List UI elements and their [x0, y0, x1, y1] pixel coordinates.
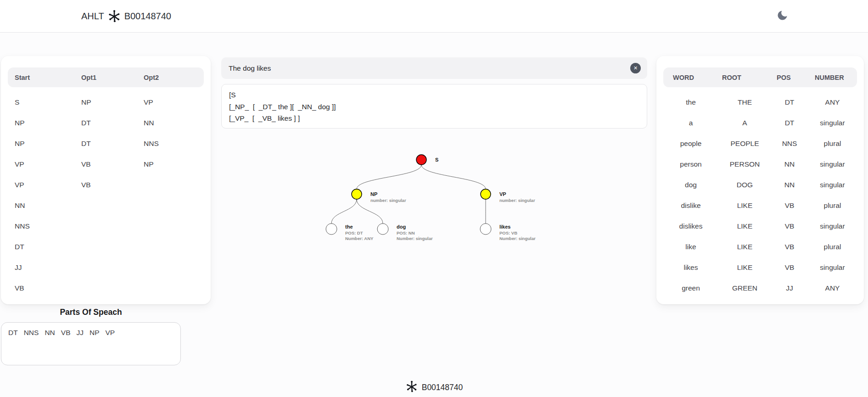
cell: VB	[81, 160, 144, 168]
cell: VB	[771, 263, 808, 272]
tree-node-circle	[377, 224, 388, 235]
cell: NP	[15, 140, 81, 148]
pos-section-title: Parts Of Speach	[1, 308, 181, 317]
tree-node-attribute: Number: singular	[397, 236, 433, 241]
cell: singular	[808, 160, 857, 168]
clear-input-button[interactable]: ✕	[630, 63, 641, 73]
cell: LIKE	[718, 222, 771, 230]
tree-node-VP: VPnumber: singular	[481, 189, 535, 203]
cell: DT	[771, 119, 808, 127]
table-row: NPDTNN	[8, 112, 204, 133]
cell: singular	[808, 263, 857, 272]
tree-node-attribute: number: singular	[499, 198, 535, 203]
cell: a	[663, 119, 718, 127]
pos-tag: JJ	[76, 329, 84, 337]
table-row: NNS	[8, 216, 204, 236]
grammar-table-body: SNPVPNPDTNNNPDTNNSVPVBNPVPVBNNNNSDTJJVB	[8, 92, 204, 298]
tree-node-circle	[481, 189, 491, 199]
tree-node-attribute: POS: VB	[499, 230, 517, 235]
tree-node-label: likes	[499, 224, 510, 229]
pos-tag: DT	[8, 329, 18, 337]
cell: ANY	[808, 284, 857, 292]
cell: A	[718, 119, 771, 127]
cell: JJ	[771, 284, 808, 292]
parse-output-line: [_NP_ [ _DT_ the ][ _NN_ dog ]]	[229, 101, 639, 113]
tree-node-circle	[352, 189, 362, 199]
cell: VP	[144, 98, 204, 106]
cell: VP	[15, 160, 81, 168]
tree-node-attribute: POS: NN	[397, 230, 415, 235]
tree-node-the: thePOS: DTNumber: ANY	[326, 224, 374, 241]
parse-output: [S[_NP_ [ _DT_ the ][ _NN_ dog ]][_VP_ […	[221, 84, 647, 129]
pos-tag: VP	[106, 329, 115, 337]
cell: GREEN	[718, 284, 771, 292]
cell: NP	[144, 160, 204, 168]
table-row: VPVBNP	[8, 154, 204, 174]
table-row: VB	[8, 278, 204, 298]
lexicon-table-body: theTHEDTANYaADTsingularpeoplePEOPLENNSpl…	[663, 92, 857, 298]
tree-edge-S-VP	[421, 165, 486, 189]
cell: DT	[771, 98, 808, 106]
tree-node-label: VP	[499, 191, 506, 197]
table-row: dislikeLIKEVBplural	[663, 195, 857, 216]
cell: plural	[808, 243, 857, 251]
pos-tags: DTNNSNNVBJJNPVP	[8, 329, 174, 337]
cell: NNS	[15, 222, 81, 230]
cell: PEOPLE	[718, 140, 771, 148]
tree-node-circle	[416, 155, 426, 165]
cell: NN	[15, 201, 81, 210]
tree-node-circle	[480, 224, 491, 235]
table-row: likesLIKEVBsingular	[663, 257, 857, 278]
tree-node-NP: NPnumber: singular	[352, 189, 406, 203]
cell: dog	[663, 181, 718, 189]
dark-mode-toggle[interactable]	[775, 9, 790, 23]
app-footer: B00148740	[0, 380, 868, 395]
table-row: personPERSONNNsingular	[663, 154, 857, 174]
cell: VB	[771, 243, 808, 251]
cell: NN	[771, 181, 808, 189]
cell: ANY	[808, 98, 857, 106]
tree-node-S: S	[416, 155, 438, 165]
tree-node-attribute: number: singular	[370, 198, 406, 203]
cell: singular	[808, 119, 857, 127]
pos-tags-box: DTNNSNNVBJJNPVP	[1, 322, 181, 365]
table-row: SNPVP	[8, 92, 204, 112]
cell: dislikes	[663, 222, 718, 230]
moon-icon	[776, 9, 789, 23]
tree-node-label: dog	[397, 224, 406, 229]
tree-node-likes: likesPOS: VBNumber: singular	[480, 224, 536, 241]
tree-node-label: NP	[370, 191, 377, 197]
table-row: likeLIKEVBplural	[663, 236, 857, 257]
tree-node-circle	[326, 224, 337, 235]
tree-node-attribute: POS: DT	[345, 230, 363, 235]
cell: plural	[808, 201, 857, 210]
parse-output-line: [S	[229, 89, 639, 101]
lexicon-table-header: WORDROOTPOSNUMBER	[663, 67, 857, 87]
cell: singular	[808, 181, 857, 189]
table-row: VPVB	[8, 174, 204, 195]
cell: green	[663, 284, 718, 292]
cell: LIKE	[718, 201, 771, 210]
tree-edge-NP-the	[331, 199, 357, 224]
cell: person	[663, 160, 718, 168]
lexicon-card: WORDROOTPOSNUMBER theTHEDTANYaADTsingula…	[656, 56, 864, 304]
parse-tree-svg: SNPnumber: singularVPnumber: singularthe…	[221, 149, 648, 248]
cell: JJ	[15, 263, 81, 272]
asterisk-logo-icon	[107, 9, 121, 23]
cell: likes	[663, 263, 718, 272]
cell: the	[663, 98, 718, 106]
cell: VB	[15, 284, 81, 292]
parse-output-line: [_VP_ [ _VB_ likes ] ]	[229, 112, 639, 124]
cell: DT	[81, 140, 144, 148]
cell: people	[663, 140, 718, 148]
sentence-input[interactable]	[221, 57, 647, 79]
grammar-rules-card: StartOpt1Opt2 SNPVPNPDTNNNPDTNNSVPVBNPVP…	[1, 56, 211, 304]
student-id: B00148740	[124, 11, 171, 22]
cell: like	[663, 243, 718, 251]
cell: LIKE	[718, 243, 771, 251]
pos-tag: VB	[61, 329, 71, 337]
cell: VB	[771, 222, 808, 230]
pos-tag: NP	[90, 329, 100, 337]
table-row: DT	[8, 236, 204, 257]
cell: DT	[81, 119, 144, 127]
